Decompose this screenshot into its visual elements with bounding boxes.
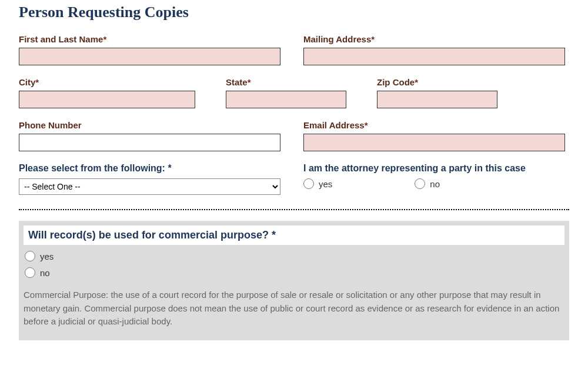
radio-attorney-yes-label: yes <box>319 179 332 189</box>
city-input[interactable] <box>19 91 195 108</box>
email-input[interactable] <box>303 134 565 151</box>
commercial-panel: Will record(s) be used for commercial pu… <box>19 221 569 340</box>
label-mailing: Mailing Address* <box>303 34 569 44</box>
select-following[interactable]: -- Select One -- <box>19 178 280 195</box>
label-phone: Phone Number <box>19 120 285 130</box>
section-title: Person Requesting Copies <box>19 4 569 21</box>
commercial-disclaimer: Commercial Purpose: the use of a court r… <box>24 289 564 329</box>
label-state: State* <box>226 77 358 87</box>
radio-attorney-no-label: no <box>430 179 440 189</box>
label-attorney: I am the attorney representing a party i… <box>303 163 569 174</box>
state-input[interactable] <box>226 91 346 108</box>
label-zip: Zip Code* <box>377 77 509 87</box>
name-input[interactable] <box>19 48 280 65</box>
label-city: City* <box>19 77 207 87</box>
radio-commercial-no-label: no <box>40 268 50 278</box>
label-email: Email Address* <box>303 120 569 130</box>
phone-input[interactable] <box>19 134 280 151</box>
label-name: First and Last Name* <box>19 34 285 44</box>
radio-commercial-yes[interactable] <box>25 251 35 261</box>
radio-commercial-no[interactable] <box>25 267 35 278</box>
label-select-following: Please select from the following: * <box>19 163 285 174</box>
radio-attorney-no[interactable] <box>415 178 425 189</box>
zip-input[interactable] <box>377 91 497 108</box>
radio-commercial-yes-label: yes <box>40 251 54 261</box>
commercial-question: Will record(s) be used for commercial pu… <box>24 226 564 245</box>
mailing-input[interactable] <box>303 48 565 65</box>
radio-attorney-yes[interactable] <box>303 178 314 189</box>
divider <box>19 209 569 210</box>
